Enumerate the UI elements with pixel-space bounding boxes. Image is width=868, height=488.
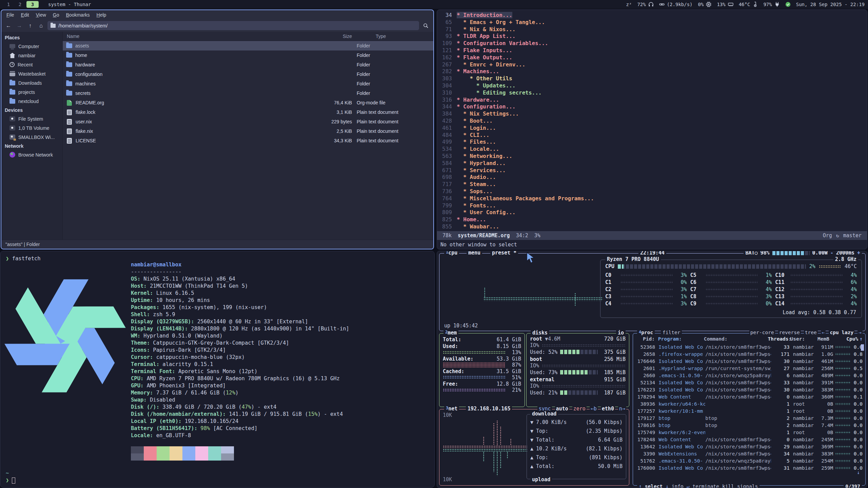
org-heading[interactable]: * Envrc + Direnv...: [457, 61, 525, 68]
menu-item[interactable]: View: [33, 11, 49, 19]
org-heading[interactable]: * Login...: [457, 125, 496, 131]
select-hint[interactable]: select: [645, 484, 663, 488]
search-button[interactable]: [421, 21, 431, 30]
org-heading[interactable]: * Steam...: [457, 181, 496, 187]
org-heading[interactable]: * Files...: [457, 139, 496, 145]
net-prev-iface[interactable]: ←b: [590, 406, 598, 412]
battery-module[interactable]: 97%: [763, 2, 780, 7]
org-heading[interactable]: * Nix Settings...: [457, 110, 519, 117]
menu-button[interactable]: menu: [467, 251, 482, 256]
sidebar-place-item[interactable]: Computer: [1, 42, 62, 51]
forward-button[interactable]: →: [15, 21, 24, 30]
process-row[interactable]: 52368 Isolated Web Co /nix/store/sm8fmrf…: [633, 343, 865, 350]
org-heading[interactable]: * Configuration Variables...: [457, 40, 548, 46]
process-row[interactable]: 177257 kworker/10:1-mm_ 1 root 0B 0.0: [633, 407, 865, 414]
file-row[interactable]: configuration Folder: [63, 69, 433, 79]
file-row[interactable]: machines Folder: [63, 79, 433, 88]
org-heading[interactable]: * Waubar...: [457, 223, 499, 230]
org-heading[interactable]: * Services...: [457, 167, 506, 174]
workspace-button[interactable]: 1: [3, 1, 14, 8]
sidebar-network-item[interactable]: Browse Network: [1, 150, 62, 159]
sidebar-place-item[interactable]: Downloads: [1, 78, 62, 87]
idle-inhibitor-module[interactable]: zᶻ: [626, 2, 632, 7]
org-heading[interactable]: * Audio...: [457, 174, 496, 180]
sidebar-place-item[interactable]: nambiar: [1, 51, 62, 60]
home-button[interactable]: ⌂: [37, 21, 45, 30]
proc-scrollbar-thumb[interactable]: [861, 344, 864, 351]
interval-plus-button[interactable]: +: [857, 251, 860, 256]
org-heading[interactable]: * Machines...: [457, 68, 499, 75]
org-heading[interactable]: * CLI...: [457, 132, 489, 138]
process-row[interactable]: 13642 Isolated Web Co /nix/store/sm8fmrf…: [633, 443, 865, 450]
file-row[interactable]: assets Folder: [63, 41, 433, 50]
org-heading[interactable]: * Nix & Nixos...: [457, 26, 515, 33]
process-row[interactable]: 52134 Isolated Web Co /nix/store/sm8fmrf…: [633, 379, 865, 386]
process-row[interactable]: 51762 .emacs-31.0.50- /nix/store/wnqz5pa…: [633, 457, 865, 464]
process-row[interactable]: 179127 btop btop 2 nambiar 7.3M 0.0: [633, 414, 865, 422]
file-row[interactable]: README.org 76,4 KiB Org-mode file: [63, 98, 433, 107]
process-row[interactable]: 2658 .firefox-wrappe /nix/store/sm8fmrf3…: [633, 350, 865, 358]
file-row[interactable]: user.nix 229 bytes Plain text document: [63, 117, 433, 126]
process-row[interactable]: 178248 Web Content /nix/store/sm8fmrf3wp…: [633, 436, 865, 443]
file-row[interactable]: hardware Folder: [63, 60, 433, 69]
org-heading[interactable]: * Flake Inputs...: [457, 47, 512, 54]
org-heading[interactable]: * Emacs + Org + Tangle...: [457, 19, 545, 25]
process-row[interactable]: 2601 .Hyprland-wrapp /run/current-system…: [633, 365, 865, 372]
org-heading[interactable]: * Miscellaneous Packages and Programs...: [457, 195, 594, 202]
org-heading[interactable]: * Flake Output...: [457, 54, 512, 61]
kill-hint[interactable]: kill: [722, 484, 734, 488]
org-heading[interactable]: * Home...: [457, 216, 486, 223]
menu-item[interactable]: Bookmarks: [63, 11, 93, 19]
process-row[interactable]: 2660 .emacs-31.0.50- /nix/store/wnqz5pa8…: [633, 372, 865, 379]
sidebar-device-item[interactable]: SMALLBOX Wi...: [1, 133, 62, 142]
clock-module[interactable]: Sun, 28 Sep 2025 - 22:19: [796, 2, 865, 7]
workspace-button[interactable]: 2: [15, 1, 25, 8]
sidebar-place-item[interactable]: Wastebasket: [1, 69, 62, 78]
back-button[interactable]: ←: [4, 21, 13, 30]
file-row[interactable]: flake.nix 2,5 KiB Plain text document: [63, 126, 433, 136]
org-heading[interactable]: * Introduction...: [457, 12, 512, 18]
path-bar[interactable]: /home/nambiar/system/: [47, 21, 419, 30]
org-heading[interactable]: * User Config...: [457, 209, 515, 216]
preset-button[interactable]: preset *: [490, 251, 518, 256]
org-heading[interactable]: * Sops...: [457, 188, 493, 195]
up-button[interactable]: ↑: [26, 21, 35, 30]
terminate-hint[interactable]: terminate: [693, 484, 719, 488]
io-toggle[interactable]: io: [616, 330, 626, 336]
volume-module[interactable]: 72%: [637, 2, 653, 7]
cpu-module[interactable]: 0%: [698, 2, 712, 7]
menu-item[interactable]: File: [3, 11, 17, 19]
menu-item[interactable]: Go: [50, 11, 62, 19]
org-heading[interactable]: * Editing secrets...: [457, 89, 541, 96]
workspace-button[interactable]: 3: [26, 1, 39, 8]
org-heading[interactable]: * TLDR App List...: [457, 33, 515, 39]
temperature-module[interactable]: 46°C: [739, 2, 758, 7]
menu-item[interactable]: Edit: [18, 11, 32, 19]
memory-module[interactable]: 13%: [717, 2, 733, 7]
net-zero-toggle[interactable]: zero: [572, 406, 587, 412]
org-heading[interactable]: * Updates...: [457, 82, 515, 89]
sidebar-place-item[interactable]: Recent: [1, 60, 62, 69]
reverse-toggle[interactable]: reverse: [778, 330, 801, 335]
sidebar-device-item[interactable]: 1,0 TB Volume: [1, 123, 62, 133]
org-heading[interactable]: * Locale...: [457, 146, 499, 152]
tree-toggle[interactable]: tree: [804, 330, 818, 335]
process-row[interactable]: 176646 Isolated Web Co /nix/store/sm8fmr…: [633, 358, 865, 365]
process-row[interactable]: 176000 Isolated Web Co /nix/store/sm8fmr…: [633, 464, 865, 471]
file-row[interactable]: flake.lock 3,1 KiB Plain text document: [63, 107, 433, 117]
org-heading[interactable]: * Hardware...: [457, 97, 499, 103]
process-row[interactable]: 3390 WebExtensions /nix/store/sm8fmrf3wp…: [633, 450, 865, 457]
sidebar-device-item[interactable]: File System: [1, 114, 62, 123]
sidebar-place-item[interactable]: nextcloud: [1, 97, 62, 106]
process-row[interactable]: 38936 kworker/u64:6-kc 1 root 0B 0.0: [633, 400, 865, 407]
process-row[interactable]: 176223 Isolated Web Co /nix/store/sm8fmr…: [633, 386, 865, 393]
org-heading[interactable]: * Hyprland...: [457, 160, 506, 166]
sidebar-place-item[interactable]: projects: [1, 87, 62, 97]
shell-prompt[interactable]: ~ ❯: [6, 470, 15, 484]
org-heading[interactable]: * Networking...: [457, 153, 512, 159]
column-size[interactable]: Size: [308, 34, 352, 39]
file-row[interactable]: home Folder: [63, 50, 433, 60]
process-row[interactable]: 178616 btop btop 2 nambiar 7.4M 0.0: [633, 422, 865, 429]
filter-button[interactable]: filter: [661, 330, 682, 335]
sort-left-arrow[interactable]: ←: [821, 330, 826, 335]
